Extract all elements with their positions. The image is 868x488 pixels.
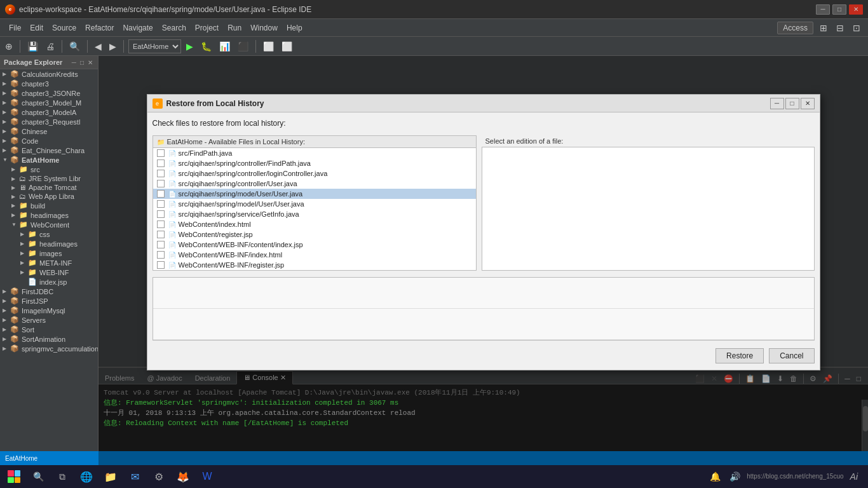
tree-item[interactable]: ▶ 📦 chapter3_JSONRe — [0, 88, 98, 98]
toolbar-btn-3[interactable]: ⊡ — [850, 22, 863, 34]
search-button[interactable]: 🔍 — [67, 40, 83, 53]
menu-run[interactable]: Run — [224, 22, 245, 34]
tree-item[interactable]: ▶ 📁 images — [0, 248, 98, 258]
run-config-select[interactable]: EatAtHome — [128, 39, 181, 53]
tree-item[interactable]: ▶ 📦 FirstJSP — [0, 296, 98, 306]
tree-item[interactable]: ▶ 📁 src — [0, 165, 98, 174]
task-view-btn[interactable]: ⧉ — [51, 465, 74, 488]
tree-item[interactable]: ▶ 📦 chapter3 — [0, 79, 98, 88]
notification-icon[interactable]: 🔔 — [707, 470, 723, 483]
tree-item[interactable]: ▶ 📁 build — [0, 201, 98, 210]
sidebar-minimize-btn[interactable]: ─ — [71, 59, 78, 66]
menu-window[interactable]: Window — [247, 22, 281, 34]
dialog-minimize-btn[interactable]: ─ — [770, 98, 784, 109]
dialog-maximize-btn[interactable]: □ — [785, 98, 799, 109]
tree-item[interactable]: ▶ 📦 chapter3_Model_M — [0, 98, 98, 107]
menu-edit[interactable]: Edit — [26, 22, 47, 34]
run-button[interactable]: ▶ — [184, 40, 196, 53]
menu-search[interactable]: Search — [158, 22, 190, 34]
tree-item[interactable]: ▶ 📦 SortAnimation — [0, 334, 98, 344]
cancel-button[interactable]: Cancel — [769, 348, 814, 363]
access-button[interactable]: Access — [777, 22, 813, 34]
file-checkbox[interactable] — [157, 200, 165, 208]
minimize-button[interactable]: ─ — [816, 4, 830, 15]
file-list-box[interactable]: 📄 src/FindPath.java 📄 src/qiqihaer/sprin… — [153, 147, 477, 271]
tree-item[interactable]: ▶ 🗂 Web App Libra — [0, 192, 98, 201]
file-checkbox[interactable] — [157, 159, 165, 167]
tree-item[interactable]: ▶ 📁 css — [0, 229, 98, 239]
file-list-item[interactable]: 📄 WebContent/index.html — [153, 219, 476, 229]
firefox-taskbar-btn[interactable]: 🦊 — [172, 465, 194, 488]
open-perspective-btn[interactable]: ⬜ — [279, 40, 295, 53]
file-list-item[interactable]: 📄 WebContent/register.jsp — [153, 229, 476, 240]
file-list-item[interactable]: 📄 src/qiqihaer/spring/service/GetInfo.ja… — [153, 209, 476, 219]
explorer-taskbar-btn[interactable]: 📁 — [99, 465, 122, 488]
file-checkbox[interactable] — [157, 261, 165, 269]
debug-button[interactable]: 🐛 — [198, 40, 214, 53]
file-list-item[interactable]: 📄 src/qiqihaer/spring/controller/User.ja… — [153, 179, 476, 189]
save-button[interactable]: 💾 — [25, 40, 41, 53]
back-button[interactable]: ◀ — [92, 40, 104, 53]
start-button[interactable] — [3, 465, 25, 488]
search-taskbar-btn[interactable]: 🔍 — [27, 465, 50, 488]
tree-item[interactable]: ▶ 📦 springmvc_accumulation — [0, 344, 98, 353]
perspective-btn[interactable]: ⬜ — [261, 40, 276, 53]
toolbar-btn-1[interactable]: ⊞ — [817, 22, 830, 34]
file-list-item[interactable]: 📄 WebContent/WEB-INF/register.jsp — [153, 260, 476, 270]
tree-item[interactable]: ▶ 📦 chapter3_Requestl — [0, 117, 98, 126]
edition-box[interactable] — [482, 147, 815, 271]
tree-item[interactable]: ▶ 📁 WEB-INF — [0, 268, 98, 277]
print-button[interactable]: 🖨 — [43, 40, 57, 53]
edge-taskbar-btn[interactable]: 🌐 — [75, 465, 98, 488]
toolbar-btn-2[interactable]: ⊟ — [834, 22, 846, 34]
file-checkbox[interactable] — [157, 220, 165, 228]
file-list-item[interactable]: 📄 src/qiqihaer/spring/model/User/User.ja… — [153, 199, 476, 209]
tree-item[interactable]: ▶ 📦 Code — [0, 136, 98, 146]
file-checkbox[interactable] — [157, 170, 165, 177]
file-checkbox[interactable] — [157, 231, 165, 238]
file-list-item[interactable]: 📄 WebContent/WEB-INF/index.html — [153, 250, 476, 260]
tree-item[interactable]: ▶ 📁 META-INF — [0, 258, 98, 268]
file-checkbox[interactable] — [157, 241, 165, 248]
dialog-close-btn[interactable]: ✕ — [801, 98, 815, 109]
tree-item[interactable]: ▶ 📁 headimages — [0, 210, 98, 220]
word-taskbar-btn[interactable]: W — [196, 465, 219, 488]
restore-button[interactable]: Restore — [715, 348, 764, 363]
menu-file[interactable]: File — [5, 22, 25, 34]
tree-item[interactable]: ▶ 📦 CalculationKredits — [0, 69, 98, 79]
file-checkbox[interactable] — [157, 149, 165, 157]
file-list-item[interactable]: 📄 src/qiqihaer/spring/controller/FindPat… — [153, 158, 476, 168]
tree-item[interactable]: ▶ 📦 FirstJDBC — [0, 287, 98, 296]
close-button[interactable]: ✕ — [849, 4, 863, 15]
tree-item[interactable]: ▶ 📦 Chinese — [0, 126, 98, 136]
sidebar-maximize-btn[interactable]: □ — [79, 59, 85, 66]
tree-item[interactable]: 📄 index.jsp — [0, 277, 98, 287]
menu-refactor[interactable]: Refactor — [81, 22, 118, 34]
mail-taskbar-btn[interactable]: ✉ — [123, 465, 146, 488]
file-list-item[interactable]: 📄 src/qiqihaer/spring/controller/loginCo… — [153, 168, 476, 179]
sidebar-close-btn[interactable]: ✕ — [86, 59, 94, 66]
profile-button[interactable]: 📊 — [217, 40, 233, 53]
tree-item[interactable]: ▶ 📁 headimages — [0, 239, 98, 248]
tree-item[interactable]: ▼ 📦 EatAtHome — [0, 155, 98, 165]
menu-help[interactable]: Help — [283, 22, 306, 34]
tree-item[interactable]: ▶ 🗂 JRE System Libr — [0, 174, 98, 183]
menu-navigate[interactable]: Navigate — [119, 22, 156, 34]
volume-icon[interactable]: 🔊 — [727, 470, 743, 483]
file-list-item[interactable]: 📄 WebContent/WEB-INF/content/index.jsp — [153, 240, 476, 250]
forward-button[interactable]: ▶ — [107, 40, 119, 53]
tree-item[interactable]: ▶ 📦 Sort — [0, 325, 98, 334]
new-button[interactable]: ⊕ — [3, 40, 15, 53]
file-list-item[interactable]: 📄 src/qiqihaer/spring/mode/User/User.jav… — [153, 189, 476, 199]
tree-item[interactable]: ▼ 📁 WebContent — [0, 220, 98, 229]
file-list-item[interactable]: 📄 src/FindPath.java — [153, 148, 476, 158]
file-checkbox[interactable] — [157, 251, 165, 259]
maximize-button[interactable]: □ — [832, 4, 846, 15]
menu-project[interactable]: Project — [191, 22, 222, 34]
menu-source[interactable]: Source — [48, 22, 80, 34]
file-checkbox[interactable] — [157, 210, 165, 218]
tree-item[interactable]: ▶ 📦 ImageInMysql — [0, 306, 98, 315]
file-checkbox[interactable] — [157, 180, 165, 187]
file-checkbox[interactable] — [157, 190, 165, 198]
tree-item[interactable]: ▶ 📦 chapter3_ModelA — [0, 107, 98, 117]
